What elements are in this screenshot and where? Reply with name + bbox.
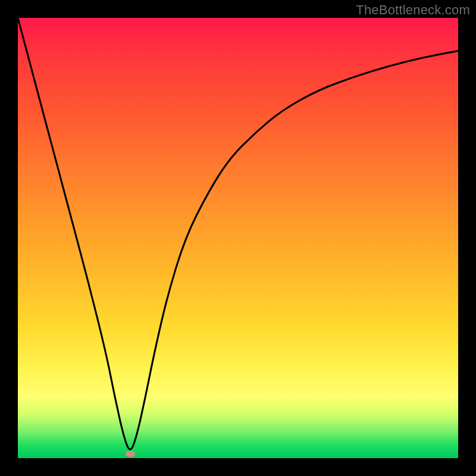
chart-frame: TheBottleneck.com: [0, 0, 476, 476]
curve-svg: [18, 18, 458, 458]
watermark-text: TheBottleneck.com: [356, 2, 470, 18]
plot-area: [18, 18, 458, 458]
minimum-marker: [126, 451, 135, 457]
curve-line: [18, 18, 458, 449]
